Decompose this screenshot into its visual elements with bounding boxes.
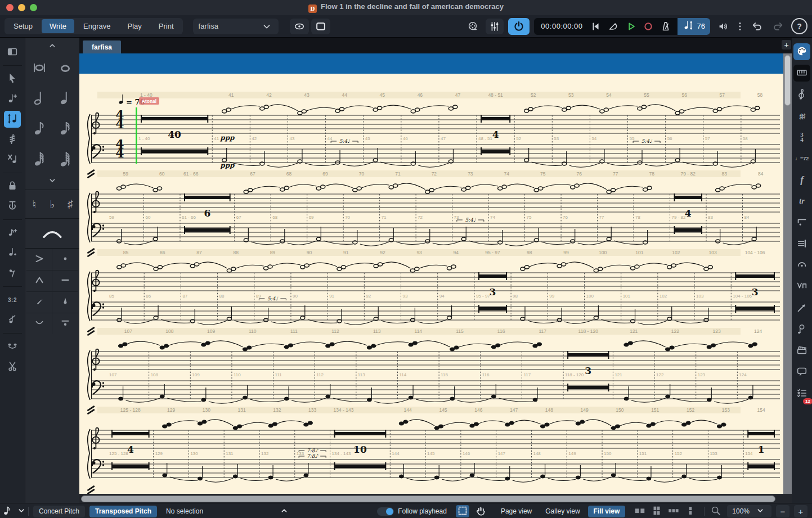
- marcato-button[interactable]: [26, 271, 52, 291]
- pitch-before-duration-button[interactable]: [4, 111, 21, 128]
- record-button[interactable]: [641, 20, 655, 33]
- tremolo-button[interactable]: [4, 131, 21, 148]
- help-button[interactable]: ?: [791, 18, 807, 34]
- tempo-display[interactable]: 76: [678, 18, 710, 35]
- mode-tab-engrave[interactable]: Engrave: [75, 19, 118, 33]
- rests-button[interactable]: [4, 265, 21, 282]
- comments-button[interactable]: [793, 364, 810, 381]
- unstress-button[interactable]: [26, 313, 52, 334]
- bars-barlines-button[interactable]: [793, 236, 810, 253]
- rhythmic-grid-selector[interactable]: [5, 505, 24, 517]
- system-5[interactable]: 125 - 128129130131132133134 - 1431441451…: [85, 406, 782, 484]
- view-button-fill-view[interactable]: Fill view: [588, 506, 626, 517]
- stress-button[interactable]: [26, 292, 52, 313]
- pages-grid-button[interactable]: [650, 505, 663, 517]
- accent-button[interactable]: [26, 249, 52, 270]
- grace-note-slash-button[interactable]: [4, 312, 21, 328]
- audio-engine-button[interactable]: [508, 18, 530, 35]
- panel-toggle-button[interactable]: [4, 44, 21, 61]
- pages-row-button[interactable]: [667, 505, 680, 517]
- volume-button[interactable]: [715, 19, 732, 34]
- follow-playhead-toggle[interactable]: [377, 507, 394, 516]
- thirtysecond-note-button[interactable]: [28, 147, 51, 173]
- lines-button[interactable]: [793, 300, 810, 317]
- scissors-button[interactable]: [4, 358, 21, 375]
- bottom-panel-expander[interactable]: [277, 505, 291, 517]
- spread-pairs-button[interactable]: [633, 505, 647, 517]
- onscreen-keyboard-button[interactable]: [793, 65, 810, 82]
- durations-scroll-down[interactable]: [46, 175, 59, 186]
- review-button[interactable]: 12: [793, 385, 810, 402]
- flat-button[interactable]: ♭: [44, 193, 61, 215]
- pages-column-button[interactable]: [684, 505, 697, 517]
- horizontal-scrollbar-thumb[interactable]: [81, 496, 775, 502]
- lock-durations-button[interactable]: [4, 178, 21, 195]
- redo-button[interactable]: [770, 19, 787, 34]
- system-3[interactable]: 8586878889909192939495 - 979899100101102…: [85, 248, 782, 327]
- natural-button[interactable]: ♮: [26, 193, 43, 215]
- playhead-flag-button[interactable]: [607, 20, 620, 33]
- concert-pitch-button[interactable]: Concert Pitch: [33, 506, 85, 517]
- system-2[interactable]: 596061 - 6667686970717273747576777879 - …: [85, 169, 782, 248]
- document-tab-farfisa[interactable]: farfisa: [83, 40, 121, 53]
- transport-menu-button[interactable]: [736, 19, 744, 34]
- vertical-scrollbar-thumb[interactable]: [784, 55, 791, 106]
- staccatissimo-button[interactable]: [52, 292, 78, 313]
- figured-bass-button[interactable]: [793, 321, 810, 338]
- grace-notes-button[interactable]: [4, 224, 21, 241]
- undo-button[interactable]: [748, 19, 765, 34]
- whole-note-button[interactable]: [53, 56, 77, 82]
- hand-tool-button[interactable]: [474, 505, 487, 517]
- dynamics-button[interactable]: f: [793, 172, 810, 188]
- staccato-tenuto-button[interactable]: [52, 313, 78, 334]
- insert-mode-button[interactable]: [4, 151, 21, 168]
- tie-button[interactable]: [4, 338, 21, 355]
- holds-pauses-button[interactable]: [793, 257, 810, 274]
- repeat-structures-button[interactable]: [793, 214, 810, 231]
- tuplets-button[interactable]: 3:2: [4, 291, 21, 308]
- system-1[interactable]: 1 - 404142434445464748 - 515253545556575…: [85, 91, 782, 169]
- durations-scroll-up[interactable]: [46, 40, 59, 51]
- clefs-button[interactable]: [793, 86, 810, 103]
- system-6-partial[interactable]: [85, 484, 782, 494]
- mixer-button[interactable]: [486, 19, 504, 34]
- view-button-galley-view[interactable]: Galley view: [540, 506, 585, 517]
- mode-tab-print[interactable]: Print: [151, 19, 182, 33]
- mode-tab-play[interactable]: Play: [120, 19, 150, 33]
- select-arrow-button[interactable]: [4, 70, 21, 87]
- tenuto-button[interactable]: [52, 271, 78, 291]
- key-signatures-button[interactable]: ♯♯: [793, 107, 810, 124]
- breve-note-button[interactable]: [28, 56, 51, 82]
- rhythm-dot-button[interactable]: [4, 245, 21, 262]
- play-button[interactable]: [624, 20, 638, 33]
- metronome-button[interactable]: [659, 20, 672, 33]
- mode-tab-write[interactable]: Write: [42, 19, 74, 33]
- add-tab-button[interactable]: +: [782, 40, 791, 49]
- vertical-scrollbar[interactable]: [783, 53, 792, 494]
- ornaments-button[interactable]: tr: [793, 193, 810, 210]
- quarter-note-button[interactable]: [53, 86, 77, 112]
- staccato-button[interactable]: [52, 249, 78, 270]
- zoom-out-button[interactable]: −: [776, 505, 789, 517]
- system-4[interactable]: 107108109110111112113114115116117118 - 1…: [85, 327, 782, 406]
- note-input-button[interactable]: [4, 91, 21, 107]
- go-to-start-button[interactable]: [589, 20, 603, 33]
- view-options-button[interactable]: [290, 19, 309, 34]
- video-button[interactable]: [464, 19, 481, 34]
- window-mode-button[interactable]: [311, 19, 330, 34]
- panels-button[interactable]: [793, 43, 810, 60]
- mode-tab-setup[interactable]: Setup: [6, 19, 41, 33]
- sharp-button[interactable]: ♯: [62, 193, 79, 215]
- sixteenth-note-button[interactable]: [53, 116, 77, 142]
- half-note-button[interactable]: [28, 86, 51, 112]
- view-button-page-view[interactable]: Page view: [495, 506, 537, 517]
- horizontal-scrollbar[interactable]: [79, 494, 792, 503]
- flow-selector[interactable]: farfisa: [193, 19, 279, 34]
- tempo-button[interactable]: ♩=72: [793, 150, 810, 167]
- playing-techniques-button[interactable]: [793, 278, 810, 295]
- eighth-note-button[interactable]: [28, 116, 51, 142]
- slur-button[interactable]: [27, 222, 78, 247]
- time-signatures-button[interactable]: 34: [793, 129, 810, 146]
- score-canvas[interactable]: 1 - 404142434445464748 - 515253545556575…: [79, 74, 783, 494]
- sixtyfourth-note-button[interactable]: [53, 147, 77, 173]
